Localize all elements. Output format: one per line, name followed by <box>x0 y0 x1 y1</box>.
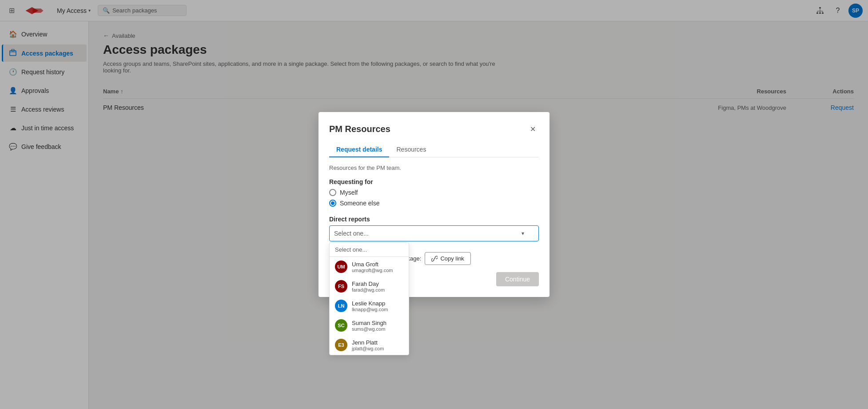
tab-request-details[interactable]: Request details <box>329 142 389 157</box>
modal-description: Resources for the PM team. <box>329 164 539 171</box>
dropdown-menu: Select one... UM Uma Groft umagroft@wg.c… <box>329 242 409 355</box>
avatar-farah-day: FS <box>335 280 347 293</box>
person-name-farah-day: Farah Day <box>352 281 385 287</box>
modal-tabs: Request details Resources <box>329 142 539 157</box>
person-email-farah-day: farad@wg.com <box>352 287 385 293</box>
person-email-jenn-platt: jplatt@wg.com <box>352 346 384 351</box>
radio-someone-else[interactable]: Someone else <box>329 200 539 207</box>
person-info-jenn-platt: Jenn Platt jplatt@wg.com <box>352 339 384 351</box>
radio-label-myself: Myself <box>340 189 358 196</box>
copy-link-icon <box>431 256 438 262</box>
person-name-leslie-knapp: Leslie Knapp <box>352 300 388 307</box>
radio-myself[interactable]: Myself <box>329 189 539 196</box>
person-info-farah-day: Farah Day farad@wg.com <box>352 281 385 293</box>
person-info-leslie-knapp: Leslie Knapp lknapp@wg.com <box>352 300 388 312</box>
avatar-leslie-knapp: LN <box>335 300 347 312</box>
person-email-uma-groft: umagroft@wg.com <box>352 268 393 273</box>
requesting-for-label: Requesting for <box>329 178 539 185</box>
modal-header: PM Resources ✕ <box>329 123 539 135</box>
chevron-down-icon: ▾ <box>522 230 524 237</box>
pm-resources-modal: PM Resources ✕ Request details Resources… <box>319 112 549 297</box>
person-name-uma-groft: Uma Groft <box>352 261 393 268</box>
radio-label-someone-else: Someone else <box>340 200 380 207</box>
dropdown-menu-placeholder[interactable]: Select one... <box>330 243 409 257</box>
person-info-uma-groft: Uma Groft umagroft@wg.com <box>352 261 393 273</box>
continue-button[interactable]: Continue <box>496 272 539 286</box>
avatar-uma-groft: UM <box>335 261 347 273</box>
dropdown-item-farah-day[interactable]: FS Farah Day farad@wg.com <box>330 277 409 296</box>
person-name-suman-singh: Suman Singh <box>352 320 386 326</box>
avatar-suman-singh: SC <box>335 319 347 332</box>
dropdown-item-suman-singh[interactable]: SC Suman Singh sums@wg.com <box>330 316 409 335</box>
modal-close-button[interactable]: ✕ <box>526 123 539 135</box>
dropdown-item-jenn-platt[interactable]: E3 Jenn Platt jplatt@wg.com <box>330 335 409 355</box>
copy-link-label: Copy link <box>440 255 464 262</box>
dropdown-item-uma-groft[interactable]: UM Uma Groft umagroft@wg.com <box>330 257 409 277</box>
radio-circle-myself <box>329 189 336 196</box>
copy-link-button[interactable]: Copy link <box>425 252 470 265</box>
direct-reports-dropdown-wrapper: Select one... ▾ Select one... UM Uma Gro… <box>329 225 539 241</box>
person-email-suman-singh: sums@wg.com <box>352 326 386 332</box>
person-info-suman-singh: Suman Singh sums@wg.com <box>352 320 386 332</box>
radio-group: Myself Someone else <box>329 189 539 207</box>
direct-reports-dropdown[interactable]: Select one... ▾ <box>329 225 539 241</box>
person-email-leslie-knapp: lknapp@wg.com <box>352 307 388 312</box>
dropdown-item-leslie-knapp[interactable]: LN Leslie Knapp lknapp@wg.com <box>330 296 409 316</box>
modal-title: PM Resources <box>329 124 390 134</box>
radio-circle-someone-else <box>329 200 336 207</box>
avatar-jenn-platt: E3 <box>335 339 347 351</box>
dropdown-placeholder: Select one... <box>334 230 369 237</box>
tab-resources[interactable]: Resources <box>389 142 433 157</box>
person-name-jenn-platt: Jenn Platt <box>352 339 384 346</box>
direct-reports-label: Direct reports <box>329 216 539 223</box>
